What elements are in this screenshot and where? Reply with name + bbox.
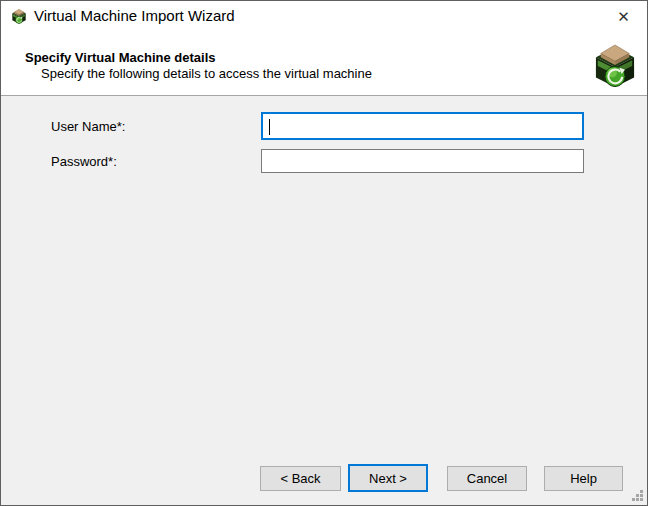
username-input-field[interactable] — [263, 114, 582, 138]
cancel-button[interactable]: Cancel — [447, 466, 527, 491]
help-button[interactable]: Help — [544, 466, 623, 491]
vm-import-box-icon — [11, 8, 27, 24]
resize-grip-dots — [640, 498, 643, 501]
close-icon: ✕ — [617, 8, 630, 26]
text-caret — [269, 119, 270, 135]
resize-grip[interactable] — [631, 489, 643, 501]
page-title: Specify Virtual Machine details — [25, 50, 216, 65]
username-input[interactable] — [261, 112, 584, 140]
close-button[interactable]: ✕ — [601, 2, 646, 31]
username-label: User Name*: — [51, 119, 125, 134]
next-button[interactable]: Next > — [348, 464, 428, 492]
password-input[interactable] — [261, 149, 584, 173]
password-input-field[interactable] — [262, 150, 583, 172]
password-label: Password*: — [51, 154, 117, 169]
vm-import-wizard-window: Virtual Machine Import Wizard ✕ Specify … — [0, 0, 648, 506]
vm-import-wizard-icon — [594, 41, 636, 89]
page-subtitle: Specify the following details to access … — [41, 66, 372, 81]
titlebar[interactable]: Virtual Machine Import Wizard ✕ — [1, 1, 647, 31]
wizard-header-region: Virtual Machine Import Wizard ✕ Specify … — [1, 1, 647, 96]
back-button[interactable]: < Back — [260, 466, 341, 491]
window-title: Virtual Machine Import Wizard — [34, 1, 235, 31]
